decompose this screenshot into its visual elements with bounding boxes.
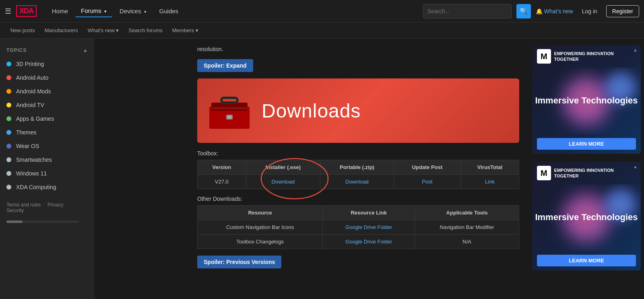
sidebar-item-android-auto[interactable]: Android Auto (0, 71, 95, 85)
ad2-badge: ▲ (633, 164, 638, 169)
spoiler-prev-versions-button[interactable]: Spoiler: Previous Versions (197, 256, 281, 268)
android-auto-dot-icon (6, 75, 11, 80)
top-navigation: ☰ XDA Home Forums ▾ Devices ▾ Guides 🔍 🔔… (0, 0, 644, 23)
portable-download-link[interactable]: Download (345, 179, 369, 185)
custom-nav-bar-link[interactable]: Google Drive Folder (345, 224, 392, 230)
nav-devices[interactable]: Devices ▾ (114, 5, 152, 17)
search-input[interactable] (427, 8, 507, 14)
register-button[interactable]: Register (606, 5, 639, 17)
ad-box-1: ▲ M EMPOWERING INNOVATION TOGETHER Immer… (532, 45, 641, 154)
other-downloads-table: Resource Resource Link Applicable Tools … (197, 205, 519, 249)
ad1-learn-more-button[interactable]: LEARN MORE (537, 138, 636, 150)
ad1-badge: ▲ (633, 47, 638, 52)
whats-new-button[interactable]: 🔔 What's new (536, 8, 573, 14)
subnav-manufacturers[interactable]: Manufacturers (41, 26, 82, 35)
login-button[interactable]: Log in (578, 6, 601, 17)
virustotal-link[interactable]: Link (485, 179, 495, 185)
other-col-resource: Resource (198, 206, 323, 220)
update-post-link[interactable]: Post (422, 179, 432, 185)
ad1-big-text: Immersive Technologies (535, 95, 638, 106)
bell-icon: 🔔 (536, 8, 543, 14)
col-version: Version (198, 160, 246, 175)
sidebar-item-android-tv[interactable]: Android TV (0, 98, 95, 112)
custom-nav-bar-link-cell: Google Drive Folder (323, 220, 415, 235)
installer-cell: Download (246, 175, 320, 189)
spoiler-expand-button[interactable]: Spoiler: Expand (197, 59, 253, 72)
changelogs-link[interactable]: Google Drive Folder (345, 239, 392, 245)
ad2-logo: M (537, 166, 551, 180)
sub-navigation: New posts Manufacturers What's new ▾ Sea… (0, 23, 644, 39)
downloads-title-text: Downloads (262, 100, 361, 122)
custom-nav-bar-cell: Custom Navigation Bar Icons (198, 220, 323, 235)
apps-games-dot-icon (6, 116, 11, 121)
toolbox-svg-image (205, 91, 254, 131)
subnav-whats-new[interactable]: What's new ▾ (84, 26, 123, 35)
sidebar-item-smartwatches[interactable]: Smartwatches (0, 153, 95, 167)
main-nav-links: Home Forums ▾ Devices ▾ Guides (46, 5, 184, 17)
sidebar-item-wear-os[interactable]: Wear OS (0, 139, 95, 153)
sidebar-item-windows-11[interactable]: Windows 11 (0, 167, 95, 180)
installer-download-link[interactable]: Download (271, 179, 295, 185)
sidebar-scrollbar[interactable] (0, 217, 95, 226)
terms-link[interactable]: Terms and rules (6, 202, 41, 208)
whats-new-chevron-icon: ▾ (116, 27, 119, 33)
other-downloads-label: Other Downloads: (197, 196, 519, 202)
content-area: resolution. Spoiler: Expand (95, 39, 644, 299)
ad1-logo: M (537, 49, 551, 64)
virustotal-cell: Link (460, 175, 519, 189)
main-content: resolution. Spoiler: Expand (189, 39, 527, 299)
subnav-members[interactable]: Members ▾ (168, 26, 202, 35)
portable-cell: Download (320, 175, 394, 189)
sidebar-item-3d-printing[interactable]: 3D Printing (0, 57, 95, 71)
col-portable: Portable (.zip) (320, 160, 394, 175)
topics-header: TOPICS ▲ (0, 45, 95, 57)
toolbox-label: Toolbox: (197, 150, 519, 157)
sidebar-item-apps-games[interactable]: Apps & Games (0, 112, 95, 126)
ad1-header: M EMPOWERING INNOVATION TOGETHER (532, 45, 641, 68)
scrollbar-track (6, 221, 79, 223)
other-table-row: Toolbox Changelogs Google Drive Folder N… (198, 235, 519, 249)
xda-computing-dot-icon (6, 185, 11, 190)
update-post-cell: Post (394, 175, 460, 189)
search-button[interactable]: 🔍 (516, 4, 531, 19)
sidebar-item-android-mods[interactable]: Android Mods (0, 85, 95, 98)
xda-logo[interactable]: XDA (16, 5, 37, 17)
ad2-bottom: LEARN MORE (532, 251, 641, 270)
nav-home[interactable]: Home (46, 5, 74, 17)
search-area: 🔍 🔔 What's new Log in Register (423, 4, 639, 19)
collapse-icon[interactable]: ▲ (83, 47, 88, 53)
page-layout: TOPICS ▲ 3D Printing Android Auto Androi… (0, 39, 644, 299)
toolbox-icon (197, 78, 262, 143)
menu-hamburger-icon[interactable]: ☰ (5, 7, 11, 16)
sidebar: TOPICS ▲ 3D Printing Android Auto Androi… (0, 39, 95, 299)
version-cell: V27.0 (198, 175, 246, 189)
subnav-new-posts[interactable]: New posts (6, 26, 39, 35)
nav-forums[interactable]: Forums ▾ (75, 5, 112, 17)
devices-chevron-icon: ▾ (144, 9, 147, 14)
members-chevron-icon: ▾ (196, 27, 198, 33)
other-table-row: Custom Navigation Bar Icons Google Drive… (198, 220, 519, 235)
col-installer: Installer (.exe) (246, 160, 320, 175)
changelogs-link-cell: Google Drive Folder (323, 235, 415, 249)
other-col-link: Resource Link (323, 206, 415, 220)
privacy-link[interactable]: Privacy (47, 202, 63, 208)
nav-guides[interactable]: Guides (154, 5, 184, 17)
ad2-learn-more-button[interactable]: LEARN MORE (537, 255, 636, 266)
ad2-header: M EMPOWERING INNOVATION TOGETHER (532, 162, 641, 184)
security-link[interactable]: Security (6, 208, 24, 213)
subnav-search-forums[interactable]: Search forums (124, 26, 167, 35)
smartwatches-dot-icon (6, 157, 11, 162)
sidebar-item-xda-computing[interactable]: XDA Computing (0, 180, 95, 194)
ad-box-2: ▲ M EMPOWERING INNOVATION TOGETHER Immer… (532, 162, 641, 270)
col-update-post: Update Post (394, 160, 460, 175)
ad1-bottom: LEARN MORE (532, 134, 641, 154)
sidebar-item-themes[interactable]: Themes (0, 126, 95, 139)
windows-11-dot-icon (6, 171, 11, 176)
themes-dot-icon (6, 130, 11, 135)
toolbox-table-container: Version Installer (.exe) Portable (.zip)… (197, 160, 519, 189)
table-row: V27.0 Download Download Post Li (198, 175, 519, 189)
ad1-tagline: EMPOWERING INNOVATION TOGETHER (554, 51, 636, 62)
android-tv-dot-icon (6, 103, 11, 107)
svg-rect-6 (227, 116, 231, 118)
forums-chevron-icon: ▾ (104, 9, 107, 14)
